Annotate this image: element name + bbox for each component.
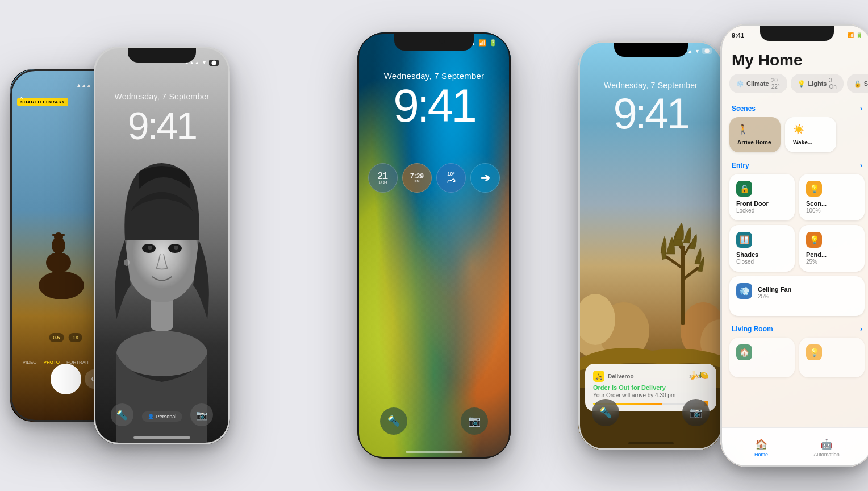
lr-icon-2: 💡 (806, 344, 822, 360)
zoom-1x[interactable]: 1× (69, 333, 82, 342)
fan-subtitle: 25% (758, 293, 791, 299)
home-screen-content: 9:41 📶 🔋 My Home ❄️ Clim (720, 24, 868, 467)
mode-photo[interactable]: PHOTO (44, 360, 60, 365)
flashlight-icon: 🔦 (599, 406, 612, 419)
mode-video[interactable]: VIDEO (23, 360, 37, 365)
phone-colorful: ▲▲▲ 📶 🔋 Wednesday, 7 September 9:41 2 (357, 32, 511, 459)
front-door-title: Front Door (736, 200, 788, 207)
home-indicator (628, 442, 674, 444)
scene-wake-label: Wake... (793, 139, 828, 145)
card-shades[interactable]: 🪟 Shades Closed (729, 225, 795, 272)
widget-temperature[interactable]: 21 14 24 (368, 163, 398, 193)
camera-zoom-controls: 0.5 1× (49, 333, 82, 342)
scene-arrive-home[interactable]: 🚶 Arrive Home (729, 117, 781, 152)
widget-weather[interactable]: 10° (436, 163, 466, 193)
svg-point-8 (116, 331, 207, 376)
svg-point-2 (46, 252, 71, 273)
phone3-notch (394, 32, 474, 51)
camera-quick-button[interactable]: 📷 (190, 403, 213, 426)
portrait-date: Wednesday, 7 September (94, 92, 230, 101)
camera-icon: 📷 (690, 406, 702, 419)
portrait-time: 9:41 (94, 103, 230, 148)
desert-flashlight-button[interactable]: 🔦 (592, 399, 619, 426)
svg-point-12 (148, 246, 152, 250)
shades-subtitle: Closed (736, 259, 788, 265)
card-ceiling-fan[interactable]: 💨 Ceiling Fan 25% (729, 276, 865, 316)
notif-app-icon: 🛵 (593, 371, 604, 382)
card-lr-1[interactable]: 🏠 (729, 338, 795, 377)
phone4-notch (614, 41, 688, 57)
tab-home[interactable]: 🏠 Home (754, 438, 768, 457)
lock-widgets: 21 14 24 7:29 PM 10° (357, 163, 511, 193)
status-icons: 📶 🔋 (848, 32, 862, 39)
svg-point-1 (39, 271, 84, 299)
sconce-title: Scon... (806, 200, 858, 207)
home-tab-icon: 🏠 (755, 438, 767, 451)
zoom-05[interactable]: 0.5 (49, 333, 64, 342)
camera-icon: 📷 (468, 415, 481, 427)
tab-lights[interactable]: 💡 Lights 3 On (791, 74, 843, 93)
lock-camera-button[interactable]: 📷 (461, 407, 488, 435)
camera-chevron-up[interactable]: ⌃ (18, 95, 25, 105)
tab-security[interactable]: 🔒 Se... (847, 74, 868, 93)
entry-grid: 🔒 Front Door Locked 💡 Scon... 100% (720, 174, 868, 323)
colorful-time: 9:41 (357, 82, 511, 129)
pendant-icon: 💡 (806, 232, 822, 248)
flashlight-icon: 🔦 (116, 410, 128, 421)
phone2-notch (128, 47, 196, 63)
lock-bottom-buttons: 🔦 📷 (357, 407, 511, 435)
lr-icon-1: 🏠 (736, 344, 752, 360)
scenes-section-title: Scenes › (720, 102, 868, 117)
notif-app-name: Deliveroo (608, 373, 634, 380)
home-tabs: ❄️ Climate 20–22° 💡 Lights 3 On 🔒 Se... (720, 74, 868, 93)
fan-title: Ceiling Fan (758, 286, 791, 293)
arrive-home-icon: 🚶 (737, 124, 773, 135)
tab-climate[interactable]: ❄️ Climate 20–22° (729, 74, 787, 93)
desert-time: 9:41 (578, 92, 723, 135)
pendant-title: Pend... (806, 251, 858, 259)
lock-icon: 🔒 (736, 181, 752, 197)
phone-desert: ▲▲▲ ▼ ⬤ Wednesday, 7 September 9:41 🍌🍋 🛵… (578, 41, 723, 450)
living-room-chevron[interactable]: › (860, 325, 862, 333)
entry-chevron[interactable]: › (860, 161, 862, 169)
card-sconces[interactable]: 💡 Scon... 100% (799, 174, 865, 220)
scene-wake[interactable]: ☀️ Wake... (785, 117, 836, 152)
living-room-grid: 🏠 💡 (720, 338, 868, 423)
shades-title: Shades (736, 251, 788, 259)
automation-tab-icon: 🤖 (820, 438, 833, 451)
card-front-door[interactable]: 🔒 Front Door Locked (729, 174, 795, 220)
status-time: 9:41 (732, 32, 744, 39)
living-room-title: Living Room › (720, 323, 868, 338)
scenes-chevron[interactable]: › (860, 105, 862, 113)
home-indicator (133, 436, 190, 439)
phone-smarthome: 9:41 📶 🔋 My Home ❄️ Clim (720, 24, 868, 467)
phones-container: ▲▲▲ 📶 🔋 ⌃ ⚡ SHARED LIBRARY 0.5 1× (0, 0, 868, 491)
flashlight-icon: 🔦 (387, 415, 400, 427)
home-bottom-bar: 🏠 Home 🤖 Automation (720, 427, 868, 467)
widget-time[interactable]: 7:29 PM (402, 163, 432, 193)
card-pendant[interactable]: 💡 Pend... 25% (799, 225, 865, 272)
phone-portrait: ▲▲▲ ▼ ⬤ Wednesday, 7 September 9:41 🔦 (94, 47, 230, 444)
fan-icon: 💨 (736, 283, 752, 299)
flashlight-button[interactable]: 🔦 (111, 403, 133, 426)
tab-automation[interactable]: 🤖 Automation (813, 438, 840, 457)
shades-icon: 🪟 (736, 232, 752, 248)
scenes-list: 🚶 Arrive Home ☀️ Wake... (720, 117, 868, 159)
wake-icon: ☀️ (793, 124, 828, 135)
sconce-icon: 💡 (806, 181, 822, 197)
camera-icon: 📷 (196, 410, 207, 421)
sconce-subtitle: 100% (806, 207, 858, 214)
widget-arrow[interactable]: ➔ (470, 163, 500, 193)
pendant-subtitle: 25% (806, 259, 858, 265)
scene-arrive-home-label: Arrive Home (737, 139, 773, 145)
svg-point-4 (54, 232, 63, 242)
svg-point-14 (124, 259, 130, 266)
shutter-button[interactable] (51, 364, 81, 394)
notif-title: Order is Out for Delivery (593, 384, 708, 391)
lock-flashlight-button[interactable]: 🔦 (380, 407, 407, 435)
desert-camera-button[interactable]: 📷 (682, 399, 710, 426)
notif-body: Your Order will arrive by 4.30 pm (593, 392, 708, 398)
card-lr-2[interactable]: 💡 (799, 338, 865, 377)
desert-bottom-buttons: 🔦 📷 (578, 399, 723, 426)
front-door-subtitle: Locked (736, 207, 788, 214)
